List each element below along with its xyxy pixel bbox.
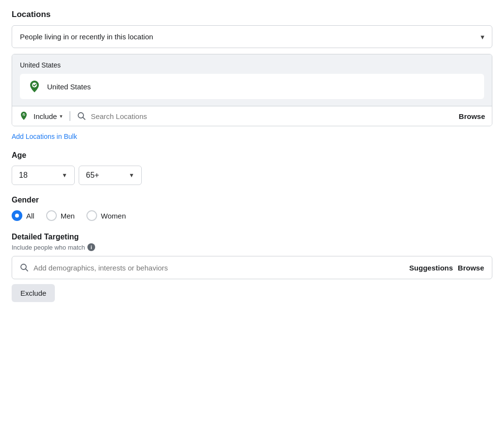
audience-dropdown[interactable]: People living in or recently in this loc… xyxy=(12,25,492,48)
gender-radio-men[interactable] xyxy=(46,210,57,221)
search-icon xyxy=(77,112,86,120)
suggestions-button[interactable]: Suggestions xyxy=(409,264,453,272)
age-max-value: 65+ xyxy=(86,171,125,180)
include-label: Include xyxy=(34,112,57,120)
location-search-row[interactable]: Include ▾ Browse xyxy=(12,106,492,126)
demographics-search-input[interactable] xyxy=(34,264,404,272)
detailed-targeting-title: Detailed Targeting xyxy=(12,233,492,241)
age-title: Age xyxy=(12,151,492,160)
demographics-search-bar[interactable]: Suggestions Browse xyxy=(12,256,492,279)
age-max-dropdown[interactable]: 65+ ▼ xyxy=(79,166,142,185)
demographics-search-icon xyxy=(20,263,29,272)
age-max-chevron-icon: ▼ xyxy=(129,172,134,179)
detailed-browse-button[interactable]: Browse xyxy=(458,264,484,272)
location-item: United States xyxy=(20,74,484,99)
locations-section: Locations People living in or recently i… xyxy=(12,10,492,151)
gender-radio-women[interactable] xyxy=(86,210,97,221)
divider xyxy=(69,111,70,121)
location-outer-box: United States United States Include xyxy=(12,54,492,126)
age-min-dropdown[interactable]: 18 ▼ xyxy=(12,166,75,185)
age-min-chevron-icon: ▼ xyxy=(62,172,67,179)
include-pin-icon xyxy=(19,111,29,121)
audience-dropdown-wrapper[interactable]: People living in or recently in this loc… xyxy=(12,25,492,48)
age-section: Age 18 ▼ 65+ ▼ xyxy=(12,151,492,185)
svg-point-0 xyxy=(32,83,37,87)
selected-country-label: United States xyxy=(20,61,484,69)
gender-option-all[interactable]: All xyxy=(12,210,34,221)
info-icon: i xyxy=(87,243,95,251)
location-item-label: United States xyxy=(47,83,91,91)
include-match-text-row: Include people who match i xyxy=(12,243,492,251)
age-min-value: 18 xyxy=(19,171,58,180)
gender-men-label: Men xyxy=(61,212,75,220)
gender-all-label: All xyxy=(26,212,34,220)
include-dropdown[interactable]: Include ▾ xyxy=(34,112,63,120)
exclude-button[interactable]: Exclude xyxy=(12,284,55,302)
location-search-input[interactable] xyxy=(91,112,454,120)
gender-options-row: All Men Women xyxy=(12,210,492,221)
add-bulk-link[interactable]: Add Locations in Bulk xyxy=(12,133,77,140)
browse-button[interactable]: Browse xyxy=(459,112,485,120)
svg-line-3 xyxy=(83,118,85,119)
include-chevron-icon: ▾ xyxy=(60,113,63,119)
location-pin-icon xyxy=(28,80,41,93)
gender-section: Gender All Men Women xyxy=(12,196,492,221)
locations-title: Locations xyxy=(12,10,492,19)
svg-line-5 xyxy=(26,269,28,271)
gender-women-label: Women xyxy=(101,212,126,220)
include-match-label: Include people who match xyxy=(12,244,85,251)
gender-radio-all[interactable] xyxy=(12,210,22,221)
gender-option-men[interactable]: Men xyxy=(46,210,75,221)
location-inner-content: United States United States xyxy=(12,54,492,106)
gender-title: Gender xyxy=(12,196,492,204)
gender-option-women[interactable]: Women xyxy=(86,210,126,221)
detailed-targeting-section: Detailed Targeting Include people who ma… xyxy=(12,233,492,302)
age-row: 18 ▼ 65+ ▼ xyxy=(12,166,492,185)
